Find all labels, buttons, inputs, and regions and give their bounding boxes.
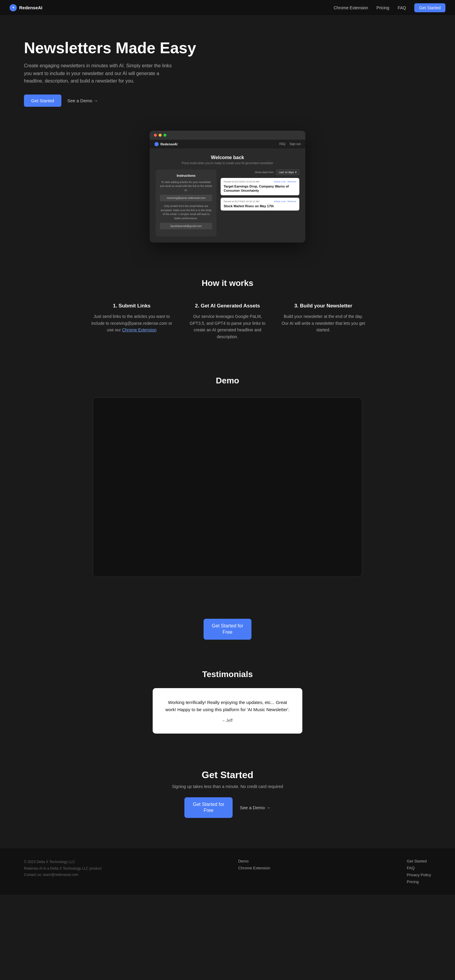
remove-link-1[interactable]: Remove [287,180,296,183]
step-3-heading: 3. Build your Newsletter [281,303,365,309]
demo-title: Demo [24,376,431,385]
user-email: bjustinbarnett@gmail.com [160,223,212,229]
step-1-heading: 1. Submit Links [90,303,174,309]
cta-middle-section: Get Started forFree [0,607,455,658]
how-it-works-section: How it works 1. Submit Links Just send l… [0,261,455,358]
window-articles: Show data from Last 14 days ▾ Parsed at … [220,170,299,237]
window-nav-links: FAQ Sign out [279,142,300,146]
footer-chrome-extension-link[interactable]: Chrome Extension [238,866,270,870]
article-meta-1: Parsed at 5/17/2023 10:33:43 AM Article … [224,180,296,183]
chevron-icon: ▾ [295,171,297,174]
article-card-1: Parsed at 5/17/2023 10:33:43 AM Article … [220,178,299,195]
footer-demo-link[interactable]: Demo [238,859,270,863]
article-link-2[interactable]: Article Link [274,200,286,203]
step-3: 3. Build your Newsletter Build your news… [281,303,365,340]
testimonials-title: Testimonials [24,670,431,679]
testimonial-text: Working terrifically! Really enjoying th… [164,699,291,713]
get-started-subtitle: Signing up takes less than a minute. No … [24,784,431,789]
steps: 1. Submit Links Just send links to the a… [24,303,431,340]
nav-pricing[interactable]: Pricing [377,5,390,10]
window-nav-logo: RedenseAI [155,142,177,146]
hero-get-started-button[interactable]: Get Started [24,94,61,107]
step-1: 1. Submit Links Just send links to the a… [90,303,174,340]
hero-section: Newsletters Made Easy Create engaging ne… [0,16,228,125]
window-instructions: Instructions To start adding articles fo… [156,170,216,237]
get-started-free-button-bottom[interactable]: Get Started forFree [184,797,233,818]
footer-center-links: Demo Chrome Extension [238,859,270,870]
nav-get-started[interactable]: Get Started [414,3,445,12]
hero-description: Create engaging newsletters in minutes w… [24,62,180,85]
step-2-heading: 2. Get AI Generated Assets [185,303,270,309]
screenshot-section: RedenseAI FAQ Sign out Welcome back Pres… [0,125,455,261]
demo-button-bottom[interactable]: See a Demo → [240,805,271,810]
hero-title: Newsletters Made Easy [24,40,204,57]
window-body: Instructions To start adding articles fo… [156,170,299,237]
demo-video [93,398,362,577]
footer-faq-link[interactable]: FAQ [407,866,431,870]
footer-privacy-policy-link[interactable]: Privacy Policy [407,873,431,877]
chrome-extension-link[interactable]: Chrome Extension [122,328,156,332]
article-card-2: Parsed at 5/17/2023 10:33:12 AM Article … [220,198,299,210]
window-content: Welcome back Press build when you're rea… [150,149,305,243]
nav-links: Chrome Extension Pricing FAQ Get Started [334,3,445,12]
window-welcome: Welcome back Press build when you're rea… [156,155,299,165]
hero-demo-button[interactable]: See a Demo → [67,98,98,103]
testimonial-author: – Jeff [164,718,291,723]
article-links-2: Article Link Remove [274,200,296,203]
receiving-email: receiving@parse.redenseal.com [160,195,212,201]
logo-icon: ✦ [10,4,17,11]
window-minimize-dot [159,134,162,137]
footer: © 2023 Delta X Technology LLC Redense AI… [0,848,455,895]
get-started-bottom-section: Get Started Signing up takes less than a… [0,751,455,830]
article-link-1[interactable]: Article Link [274,180,286,183]
get-started-bottom-title: Get Started [24,770,431,781]
footer-left: © 2023 Delta X Technology LLC Redense AI… [24,859,102,878]
step-1-desc: Just send links to the articles you want… [90,313,174,333]
article-meta-2: Parsed at 5/17/2023 10:33:12 AM Article … [224,200,296,203]
date-range-select[interactable]: Last 14 days ▾ [276,170,299,175]
get-started-buttons: Get Started forFree See a Demo → [24,797,431,818]
nav-logo[interactable]: ✦ RedenseAI [10,4,43,11]
how-it-works-title: How it works [24,278,431,288]
step-2: 2. Get AI Generated Assets Our service l… [185,303,270,340]
testimonial-card: Working terrifically! Really enjoying th… [153,688,302,733]
window-close-dot [154,134,157,137]
footer-right-links: Get Started FAQ Privacy Policy Pricing [407,859,431,884]
remove-link-2[interactable]: Remove [287,200,296,203]
nav-faq[interactable]: FAQ [398,5,406,10]
show-data-row: Show data from Last 14 days ▾ [220,170,299,175]
demo-section: Demo [0,358,455,607]
footer-get-started-link[interactable]: Get Started [407,859,431,863]
app-window: RedenseAI FAQ Sign out Welcome back Pres… [150,131,305,243]
step-3-desc: Build your newsletter at the end of the … [281,313,365,333]
article-links-1: Article Link Remove [274,180,296,183]
step-2-desc: Our service leverages Google PaLM, GPT3.… [185,313,270,340]
window-logo-dot [155,142,159,146]
window-maximize-dot [163,134,166,137]
window-navbar: RedenseAI FAQ Sign out [150,140,305,149]
navbar: ✦ RedenseAI Chrome Extension Pricing FAQ… [0,0,455,16]
get-started-free-button-middle[interactable]: Get Started forFree [204,619,252,640]
hero-buttons: Get Started See a Demo → [24,94,204,107]
footer-pricing-link[interactable]: Pricing [407,880,431,884]
nav-chrome-extension[interactable]: Chrome Extension [334,5,368,10]
testimonials-section: Testimonials Working terrifically! Reall… [0,658,455,751]
window-titlebar [150,131,305,140]
